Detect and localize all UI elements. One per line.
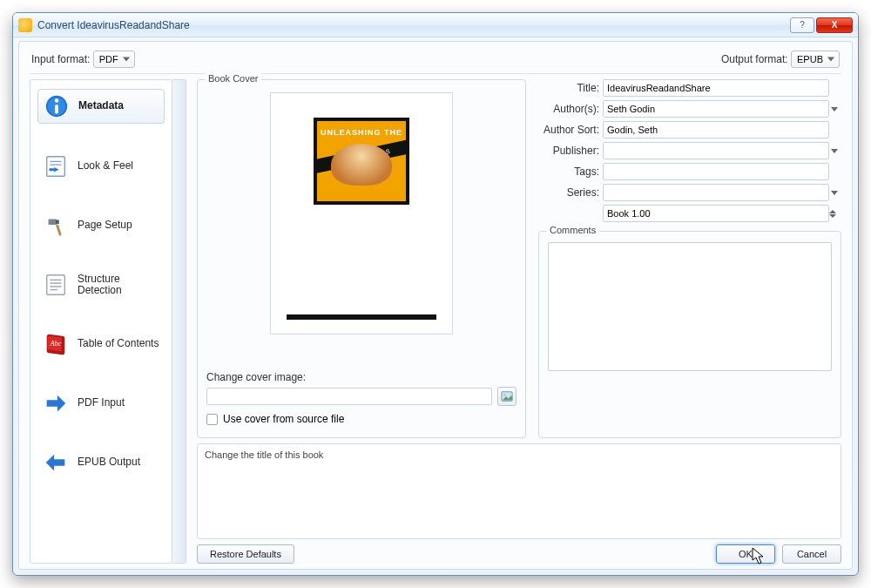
svg-point-3 (55, 98, 59, 103)
document-lines-icon (43, 153, 69, 179)
restore-defaults-button[interactable]: Restore Defaults (197, 544, 294, 564)
info-icon (44, 93, 70, 119)
book-cover-title: Book Cover (205, 73, 261, 84)
comments-label: Comments (546, 225, 599, 235)
cover-thumbnail: UNLEASHING THE IDEAVIRUS (314, 118, 409, 205)
cover-footbar (287, 314, 436, 320)
comments-group: Comments (538, 231, 841, 438)
window-title: Convert IdeavirusReadandShare (37, 19, 790, 31)
svg-rect-4 (47, 157, 65, 177)
svg-rect-8 (49, 220, 57, 226)
content-area: Book Cover UNLEASHING THE IDEAVIRUS Chan… (188, 79, 841, 564)
tags-label: Tags: (538, 166, 603, 178)
cover-unleash-text: UNLEASHING THE (321, 128, 402, 137)
change-cover-path-input[interactable] (206, 388, 492, 405)
body-area: Metadata Look & Feel Page Setup (30, 73, 841, 564)
cover-head-graphic (331, 144, 392, 186)
metadata-grid: Title: IdeavirusReadandShare Author(s): … (538, 79, 841, 222)
svg-text:Abc: Abc (49, 339, 61, 348)
sidebar-item-structure-detection[interactable]: Structure Detection (37, 268, 165, 301)
authors-input[interactable]: Seth Godin (603, 100, 829, 118)
input-format-combo[interactable]: PDF (93, 51, 135, 68)
sidebar-item-epub-output[interactable]: EPUB Output (37, 446, 165, 479)
sidebar-item-label: Metadata (78, 100, 124, 112)
sidebar-item-label: Page Setup (78, 220, 132, 231)
app-icon (18, 18, 32, 32)
change-cover-label: Change cover image: (206, 371, 517, 383)
publisher-input[interactable] (603, 142, 829, 159)
svg-rect-11 (47, 275, 65, 295)
dialog-window: Convert IdeavirusReadandShare ? X Input … (12, 12, 859, 576)
output-format-label: Output format: (721, 53, 788, 65)
book-abc-icon: Abc (43, 331, 69, 357)
title-label: Title: (538, 82, 603, 94)
use-source-cover-checkbox[interactable] (206, 414, 218, 425)
authors-dropdown-icon[interactable] (829, 101, 840, 117)
sidebar-item-label: Look & Feel (78, 160, 133, 172)
footer-bar: Restore Defaults OK Cancel (197, 539, 841, 564)
sidebar-scrollbar[interactable] (172, 79, 186, 564)
sidebar: Metadata Look & Feel Page Setup (30, 79, 188, 564)
sidebar-item-pdf-input[interactable]: PDF Input (37, 387, 165, 420)
authorsort-input[interactable]: Godin, Seth (603, 121, 829, 139)
publisher-label: Publisher: (538, 145, 603, 157)
ok-button[interactable]: OK (716, 544, 775, 564)
svg-point-18 (503, 394, 506, 396)
sidebar-item-label: EPUB Output (78, 456, 140, 468)
document-text-icon (43, 272, 69, 298)
svg-rect-2 (55, 105, 58, 113)
use-source-cover-label: Use cover from source file (223, 413, 344, 425)
help-text-box: Change the title of this book (197, 443, 841, 539)
svg-rect-9 (56, 220, 59, 224)
svg-rect-10 (56, 224, 62, 235)
sidebar-item-label: PDF Input (78, 397, 125, 409)
publisher-dropdown-icon[interactable] (829, 143, 840, 159)
input-format-label: Input format: (31, 53, 90, 65)
title-input[interactable]: IdeavirusReadandShare (603, 79, 829, 97)
authors-label: Author(s): (538, 103, 603, 115)
sidebar-item-label: Structure Detection (78, 274, 159, 296)
help-button[interactable]: ? (790, 17, 814, 33)
tags-input[interactable] (603, 163, 829, 180)
cover-preview: UNLEASHING THE IDEAVIRUS (270, 92, 453, 335)
browse-cover-button[interactable] (497, 387, 517, 406)
series-index-spinner[interactable] (829, 206, 840, 221)
format-bar: Input format: PDF Output format: EPUB (30, 51, 841, 73)
sidebar-item-label: Table of Contents (78, 338, 159, 349)
book-cover-group: Book Cover UNLEASHING THE IDEAVIRUS Chan… (197, 79, 526, 438)
arrow-left-icon (43, 449, 69, 476)
titlebar: Convert IdeavirusReadandShare ? X (13, 13, 858, 37)
authorsort-label: Author Sort: (538, 124, 603, 136)
sidebar-item-look-feel[interactable]: Look & Feel (37, 150, 165, 183)
series-input[interactable] (603, 184, 829, 201)
cancel-button[interactable]: Cancel (782, 544, 841, 564)
client-area: Input format: PDF Output format: EPUB Me… (18, 41, 853, 570)
series-label: Series: (538, 186, 603, 199)
comments-textarea[interactable] (548, 242, 832, 371)
sidebar-item-toc[interactable]: Abc Table of Contents (37, 328, 165, 361)
series-index-input[interactable]: Book 1.00 (603, 205, 829, 222)
series-dropdown-icon[interactable] (829, 185, 840, 200)
close-button[interactable]: X (816, 17, 853, 33)
arrow-right-icon (43, 390, 69, 416)
sidebar-item-page-setup[interactable]: Page Setup (37, 209, 165, 242)
sidebar-item-metadata[interactable]: Metadata (37, 89, 165, 124)
nav-list[interactable]: Metadata Look & Feel Page Setup (30, 79, 172, 564)
hammer-icon (43, 213, 69, 239)
output-format-combo[interactable]: EPUB (791, 51, 840, 68)
